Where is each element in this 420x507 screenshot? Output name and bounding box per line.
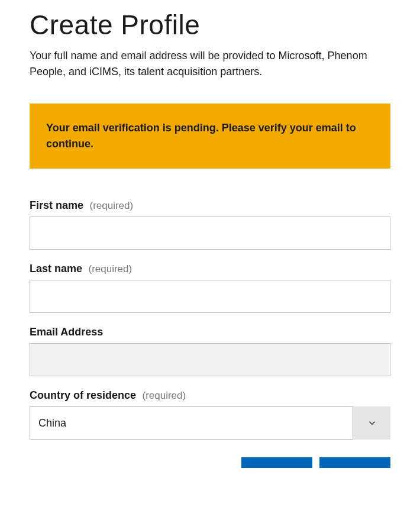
first-name-input[interactable] xyxy=(30,217,390,250)
email-label: Email Address xyxy=(30,326,103,338)
email-input xyxy=(30,343,390,376)
last-name-label: Last name xyxy=(30,263,82,275)
alert-banner: Your email verification is pending. Plea… xyxy=(30,104,390,169)
country-select[interactable]: China xyxy=(30,406,390,440)
last-name-input[interactable] xyxy=(30,280,390,313)
country-required: (required) xyxy=(143,390,186,401)
action-button-1[interactable] xyxy=(241,457,312,468)
country-label: Country of residence xyxy=(30,389,136,402)
first-name-group: First name (required) xyxy=(30,199,390,245)
first-name-required: (required) xyxy=(89,200,133,211)
page-subtitle: Your full name and email address will be… xyxy=(30,48,390,80)
alert-message: Your email verification is pending. Plea… xyxy=(46,120,374,152)
last-name-group: Last name (required) xyxy=(30,263,390,308)
email-group: Email Address xyxy=(30,326,390,372)
first-name-label: First name xyxy=(30,199,83,212)
button-row xyxy=(30,457,390,468)
page-title: Create Profile xyxy=(30,9,390,41)
country-group: Country of residence (required) China xyxy=(30,389,390,440)
last-name-required: (required) xyxy=(89,263,133,275)
action-button-2[interactable] xyxy=(319,457,390,468)
